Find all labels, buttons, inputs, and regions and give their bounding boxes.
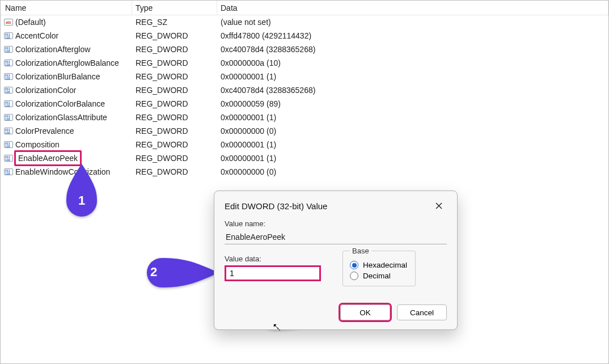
registry-value-data: 0xc40078d4 (3288365268) (217, 45, 608, 54)
reg-dword-icon (4, 58, 13, 67)
edit-dword-dialog: Edit DWORD (32-bit) Value Value name: Va… (214, 191, 458, 330)
registry-row[interactable]: (Default)REG_SZ(value not set) (1, 15, 608, 29)
value-name-label: Value name: (225, 219, 447, 228)
base-label: Base (350, 247, 371, 255)
registry-row[interactable]: ColorizationAfterglowBalanceREG_DWORD0x0… (1, 56, 608, 70)
radio-hexadecimal[interactable]: Hexadecimal (350, 261, 407, 269)
radio-dec-label: Decimal (363, 272, 391, 280)
close-icon (435, 202, 442, 209)
reg-dword-icon (4, 31, 13, 40)
registry-value-name: ColorizationAfterglowBalance (15, 58, 119, 67)
base-group: Base Hexadecimal Decimal (342, 247, 416, 286)
registry-row[interactable]: ColorizationAfterglowREG_DWORD0xc40078d4… (1, 43, 608, 56)
annotation-1-number: 1 (78, 193, 85, 208)
registry-value-name: EnableAeroPeek (18, 154, 78, 163)
reg-dword-icon (4, 45, 13, 54)
reg-dword-icon (4, 113, 13, 122)
radio-decimal[interactable]: Decimal (350, 272, 407, 280)
ok-button[interactable]: OK (340, 304, 390, 320)
registry-value-type: REG_DWORD (132, 58, 217, 67)
registry-value-data: 0x00000001 (1) (217, 140, 608, 149)
column-header-type[interactable]: Type (132, 1, 217, 15)
registry-row[interactable]: EnableAeroPeekREG_DWORD0x00000001 (1) (1, 151, 608, 165)
registry-value-data: 0x00000000 (0) (217, 126, 608, 136)
registry-row[interactable]: ColorizationGlassAttributeREG_DWORD0x000… (1, 111, 608, 124)
column-header-data[interactable]: Data (217, 1, 608, 15)
registry-value-name: ColorizationColorBalance (15, 99, 105, 108)
cursor-icon: ⭧ (272, 321, 282, 333)
reg-dword-icon (4, 140, 13, 149)
registry-value-name: ColorizationAfterglow (15, 45, 90, 54)
list-header: Name Type Data (1, 1, 608, 15)
registry-value-data: 0x00000001 (1) (217, 113, 608, 122)
registry-value-data: 0xc40078d4 (3288365268) (217, 86, 608, 95)
annotation-2: 2 (139, 258, 218, 287)
radio-hex-label: Hexadecimal (363, 261, 407, 269)
reg-dword-icon (4, 154, 13, 163)
registry-row[interactable]: AccentColorREG_DWORD0xffd47800 (42921144… (1, 29, 608, 43)
registry-row[interactable]: CompositionREG_DWORD0x00000001 (1) (1, 138, 608, 151)
value-name-field[interactable] (225, 230, 447, 244)
registry-value-type: REG_DWORD (132, 99, 217, 108)
registry-value-data: (value not set) (217, 18, 608, 27)
registry-row[interactable]: ColorPrevalenceREG_DWORD0x00000000 (0) (1, 124, 608, 138)
registry-value-type: REG_DWORD (132, 126, 217, 136)
registry-value-data: 0xffd47800 (4292114432) (217, 31, 608, 40)
registry-value-name: ColorizationGlassAttribute (15, 113, 107, 122)
reg-dword-icon (4, 99, 13, 108)
value-data-input[interactable] (225, 265, 321, 281)
dialog-title: Edit DWORD (32-bit) Value (225, 201, 327, 211)
reg-dword-icon (4, 72, 13, 81)
registry-rows: (Default)REG_SZ(value not set)AccentColo… (1, 15, 608, 179)
registry-value-data: 0x00000001 (1) (217, 72, 608, 81)
annotation-2-number: 2 (150, 265, 157, 280)
cancel-button[interactable]: Cancel (397, 304, 447, 320)
registry-value-name: (Default) (15, 18, 46, 27)
reg-dword-icon (4, 86, 13, 95)
reg-string-icon (4, 18, 13, 27)
registry-panel: Name Type Data (Default)REG_SZ(value not… (0, 0, 609, 364)
registry-value-data: 0x00000000 (0) (217, 167, 608, 176)
registry-value-data: 0x0000000a (10) (217, 58, 608, 67)
registry-value-type: REG_DWORD (132, 140, 217, 149)
registry-value-name: ColorizationColor (15, 86, 76, 95)
radio-icon (350, 272, 358, 280)
value-data-label: Value data: (225, 255, 327, 263)
registry-value-data: 0x00000059 (89) (217, 99, 608, 108)
reg-dword-icon (4, 167, 13, 176)
registry-row[interactable]: ColorizationBlurBalanceREG_DWORD0x000000… (1, 70, 608, 83)
registry-value-type: REG_DWORD (132, 113, 217, 122)
registry-row[interactable]: ColorizationColorREG_DWORD0xc40078d4 (32… (1, 83, 608, 97)
registry-row[interactable]: ColorizationColorBalanceREG_DWORD0x00000… (1, 97, 608, 111)
registry-value-name: Composition (15, 140, 60, 149)
reg-dword-icon (4, 126, 13, 136)
registry-value-name: ColorizationBlurBalance (15, 72, 100, 81)
registry-value-name: ColorPrevalence (15, 126, 74, 136)
registry-value-type: REG_DWORD (132, 31, 217, 40)
registry-value-type: REG_DWORD (132, 72, 217, 81)
annotation-1: 1 (62, 164, 102, 221)
registry-value-name: AccentColor (15, 31, 58, 40)
radio-icon (350, 261, 358, 269)
registry-value-data: 0x00000001 (1) (217, 154, 608, 163)
registry-value-type: REG_DWORD (132, 86, 217, 95)
registry-value-type: REG_DWORD (132, 154, 217, 163)
registry-value-type: REG_DWORD (132, 167, 217, 176)
column-header-name[interactable]: Name (1, 1, 132, 15)
registry-value-type: REG_SZ (132, 18, 217, 27)
registry-value-type: REG_DWORD (132, 45, 217, 54)
close-button[interactable] (431, 198, 447, 214)
